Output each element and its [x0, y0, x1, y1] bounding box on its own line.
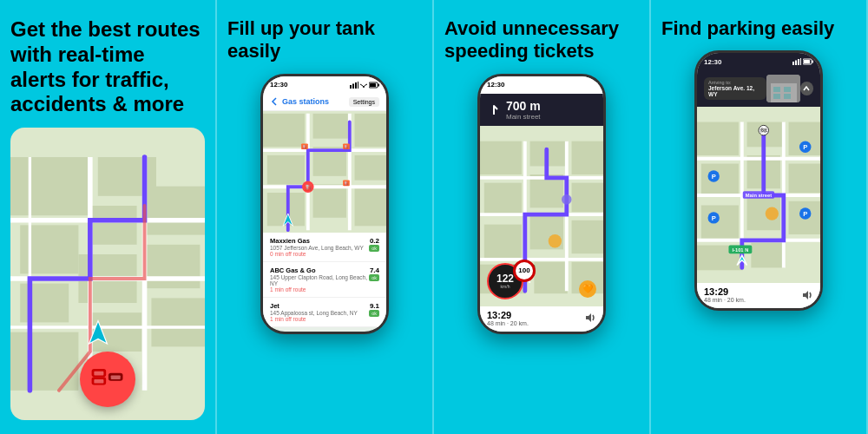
speed-limit-badge: 100 [513, 260, 536, 282]
panel1-map [10, 128, 205, 420]
status-icons-parking [792, 58, 813, 65]
back-arrow-icon[interactable] [270, 97, 279, 106]
svg-rect-73 [751, 243, 784, 268]
nav-street: Main street [506, 113, 541, 121]
svg-rect-6 [378, 83, 380, 86]
signal-icon-speed [575, 82, 584, 89]
map-block [355, 155, 386, 181]
parking-map-svg: I-101 N P P P P 🏁 Main street [697, 107, 820, 283]
gas-item-1-info: ABC Gas & Go 145 Upper Clapton Road, Lon… [270, 266, 369, 293]
svg-text:⛽: ⛽ [305, 183, 312, 191]
phone-gas-screen: 12:30 Gas stations Settings [263, 76, 386, 332]
svg-rect-62 [784, 94, 791, 99]
parking-eta: 48 min · 20 km. [704, 297, 746, 303]
map-block [151, 299, 205, 347]
arrow-shape [89, 321, 107, 344]
panel4-title: Find parking easily [661, 17, 856, 40]
gas-list: Maxxien Gas 1057 Jefferson Ave, Long Bea… [263, 233, 386, 327]
gas-stations-header: Gas stations Settings [263, 94, 386, 111]
signal-icon-parking [792, 58, 801, 65]
volume-icon[interactable] [584, 312, 596, 324]
speed-eta: 48 min · 20 km. [487, 320, 529, 326]
gas-map-svg: ⛽ ⛽ ⛽ ⛽ [263, 111, 386, 233]
expand-btn[interactable] [800, 82, 813, 95]
panel2-title: Fill up your tank easily [227, 17, 422, 63]
volume-icon-parking[interactable] [801, 289, 813, 301]
svg-rect-31 [484, 182, 522, 215]
destination-thumbnail [766, 75, 799, 102]
turn-arrow-icon [487, 102, 501, 116]
arriving-badge: Arriving to: Jeferson Ave. 12, WY [704, 77, 766, 100]
svg-rect-26 [595, 83, 597, 86]
traffic-cars-svg [88, 367, 128, 391]
battery-icon-parking [803, 58, 813, 65]
wifi-icon [360, 82, 367, 89]
status-time-parking: 12:30 [704, 58, 721, 66]
svg-point-48 [562, 194, 572, 205]
svg-text:P: P [712, 214, 716, 222]
svg-point-4 [363, 86, 365, 88]
map-block [263, 114, 305, 147]
gas-item-2-info: Jet 145 Appaloosa st, Long Beach, NY 1 m… [270, 302, 358, 322]
svg-rect-33 [572, 182, 603, 212]
gas-item-0-dist: 0.2 [369, 237, 379, 245]
svg-rect-56 [804, 60, 810, 63]
speed-indicator: 122 km/h 100 [487, 263, 523, 299]
svg-text:P: P [803, 210, 807, 218]
gas-item-0-badge: ok [369, 245, 379, 252]
gas-item-2-addr: 145 Appaloosa st, Long Beach, NY [270, 310, 358, 316]
speed-time: 13:29 [487, 310, 529, 320]
svg-text:⛽: ⛽ [344, 181, 349, 187]
speed-value: 122 [496, 273, 514, 284]
waze-bottom-icon: 🧡 [579, 280, 596, 298]
traffic-circle [80, 352, 135, 407]
status-bar-speed: 12:30 [480, 76, 603, 94]
gas-map-area: ⛽ ⛽ ⛽ ⛽ [263, 111, 386, 233]
svg-rect-34 [484, 224, 522, 257]
gas-item-2-right: 9.1 ok [369, 302, 379, 317]
panel-speed: Avoid unnecessary speeding tickets 12:30… [434, 0, 651, 434]
car3-window [111, 375, 121, 379]
battery-icon [369, 82, 379, 89]
speed-unit-label: km/h [501, 284, 510, 289]
panel-parking: Find parking easily 12:30 Arriving to: J… [651, 0, 868, 434]
svg-rect-53 [800, 58, 801, 65]
gas-item-2-dist: 9.1 [369, 302, 379, 310]
panel1-title: Get the best routes with real-time alert… [10, 17, 205, 117]
gas-settings-btn[interactable]: Settings [349, 97, 379, 107]
car2-window [94, 379, 103, 384]
status-time-gas: 12:30 [270, 81, 287, 89]
svg-rect-3 [358, 82, 358, 89]
gas-item-1-addr: 145 Upper Clapton Road, Long Beach, NY [270, 274, 369, 286]
gas-item-1-time: 1 min off route [270, 286, 369, 293]
svg-rect-69 [701, 206, 739, 239]
status-time-speed: 12:30 [487, 81, 504, 89]
svg-rect-27 [587, 83, 593, 87]
gas-item-0: Maxxien Gas 1057 Jefferson Ave, Long Bea… [263, 233, 386, 262]
svg-point-47 [549, 234, 562, 247]
map-block [147, 187, 205, 235]
svg-rect-55 [812, 61, 814, 63]
nav-arrow [87, 319, 109, 351]
parking-header: Arriving to: Jeferson Ave. 12, WY [697, 70, 820, 107]
car1-window [94, 372, 103, 376]
phone-gas: 12:30 Gas stations Settings [260, 74, 389, 334]
phone-speed: 12:30 700 m Main street [477, 74, 606, 334]
svg-rect-28 [480, 141, 522, 174]
gas-header-left: Gas stations [270, 97, 329, 106]
speed-map-area: I-101 N 122 km/h 100 [480, 126, 603, 306]
gas-item-0-right: 0.2 ok [369, 237, 379, 252]
gas-item-1-right: 7.4 ok [369, 266, 379, 281]
status-icons-speed [575, 82, 596, 89]
gas-item-1: ABC Gas & Go 145 Upper Clapton Road, Lon… [263, 262, 386, 298]
gas-header-title: Gas stations [282, 97, 329, 106]
signal-icon [350, 82, 358, 89]
phone-parking: 12:30 Arriving to: Jeferson Ave. 12, WY [694, 50, 823, 311]
gas-item-2: Jet 145 Appaloosa st, Long Beach, NY 1 m… [263, 298, 386, 327]
svg-rect-21 [575, 85, 577, 89]
svg-rect-0 [350, 85, 352, 89]
gas-item-0-info: Maxxien Gas 1057 Jefferson Ave, Long Bea… [270, 237, 364, 257]
traffic-icon-container [80, 352, 135, 407]
nav-header-speed: 700 m Main street [480, 94, 603, 126]
svg-rect-36 [572, 220, 603, 253]
